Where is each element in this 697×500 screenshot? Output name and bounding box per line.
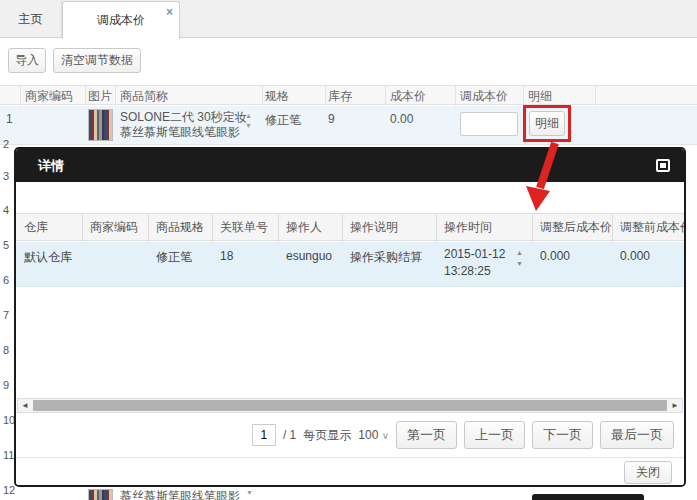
last-page-button[interactable]: 最后一页 xyxy=(600,421,674,449)
detail-button[interactable]: 明细 xyxy=(529,111,565,136)
cost-cell: 0.00 xyxy=(390,112,413,126)
operator-cell: esunguo xyxy=(286,249,332,263)
col-cost-before: 调整前成本价 xyxy=(620,219,686,236)
scroll-left-icon[interactable]: ◄ xyxy=(18,399,32,412)
tab-adjust-cost-price-label: 调成本价 xyxy=(97,13,145,27)
row-number: 12 xyxy=(3,484,15,496)
col-detail: 明细 xyxy=(528,88,552,105)
pagination: / 1 每页显示 100 ∨ 第一页 上一页 下一页 最后一页 xyxy=(252,421,674,449)
col-cost-after: 调整后成本价 xyxy=(540,219,612,236)
sort-down-icon[interactable]: ▼ xyxy=(245,122,252,129)
operation-time-clock: 13:28:25 xyxy=(444,263,505,280)
row-expand-control[interactable]: ▲ ▼ xyxy=(245,112,252,129)
scrollbar-thumb[interactable] xyxy=(33,400,667,411)
adjust-cost-input[interactable] xyxy=(460,112,518,136)
first-page-button[interactable]: 第一页 xyxy=(396,421,457,449)
page-total-label: / 1 xyxy=(283,428,296,442)
product-thumbnail-image[interactable] xyxy=(88,109,113,141)
row-number: 2 xyxy=(3,138,15,150)
maximize-icon[interactable] xyxy=(656,159,670,172)
cost-after-cell: 0.000 xyxy=(540,249,570,263)
col-product-name: 商品简称 xyxy=(120,88,168,105)
partial-product-name: 慕丝慕斯笔眼线笔眼影 xyxy=(120,488,240,500)
col-merchant-code: 商家编码 xyxy=(90,219,138,236)
tab-bar: 主页 调成本价 × xyxy=(0,0,697,38)
modal-footer: 关闭 xyxy=(16,457,684,485)
close-tab-icon[interactable]: × xyxy=(166,6,173,18)
cost-before-cell: 0.000 xyxy=(620,249,650,263)
horizontal-scrollbar[interactable]: ◄ ► xyxy=(17,398,683,413)
col-operator: 操作人 xyxy=(286,219,322,236)
row-index: 1 xyxy=(6,112,13,126)
col-operation-desc: 操作说明 xyxy=(350,219,398,236)
per-page-select[interactable]: 100 ∨ xyxy=(358,428,389,442)
sort-down-icon: ▼ xyxy=(246,489,253,496)
col-operation-time: 操作时间 xyxy=(444,219,492,236)
col-image: 图片 xyxy=(88,88,112,105)
related-order-cell: 18 xyxy=(220,249,233,263)
stock-cell: 9 xyxy=(328,112,335,126)
sort-down-icon[interactable]: ▼ xyxy=(516,260,523,267)
col-spec: 规格 xyxy=(265,88,289,105)
modal-title: 详情 xyxy=(38,158,64,173)
sort-up-icon[interactable]: ▲ xyxy=(245,112,252,119)
detail-modal: 详情 仓库 商家编码 商品规格 关联单号 操作人 操作说明 操作时间 调整后成本… xyxy=(14,147,686,487)
clear-adjust-data-button[interactable]: 清空调节数据 xyxy=(53,48,141,73)
operation-time-cell: 2015-01-12 13:28:25 xyxy=(444,246,505,280)
col-stock: 库存 xyxy=(328,88,352,105)
toolbar: 导入 清空调节数据 xyxy=(0,39,697,83)
tab-home[interactable]: 主页 xyxy=(0,0,62,38)
prev-page-button[interactable]: 上一页 xyxy=(464,421,525,449)
sort-up-icon[interactable]: ▲ xyxy=(516,249,523,256)
close-modal-button[interactable]: 关闭 xyxy=(624,461,672,484)
spec-cell: 修正笔 xyxy=(156,249,192,266)
product-name-cell: SOLONE二代 30秒定妆 慕丝慕斯笔眼线笔眼影 xyxy=(120,110,247,140)
col-merchant-code: 商家编码 xyxy=(25,88,73,105)
warehouse-cell: 默认仓库 xyxy=(24,249,72,266)
modal-titlebar[interactable]: 详情 xyxy=(16,149,684,182)
next-page-button[interactable]: 下一页 xyxy=(532,421,593,449)
spec-cell: 修正笔 xyxy=(265,112,301,129)
operation-time-date: 2015-01-12 xyxy=(444,246,505,263)
col-adjust-cost-price: 调成本价 xyxy=(460,88,508,105)
app-window: 主页 调成本价 × 导入 清空调节数据 商家编码 图片 商品简称 规格 库存 成… xyxy=(0,0,697,500)
product-thumbnail-image xyxy=(88,489,113,500)
per-page-label: 每页显示 xyxy=(303,427,351,444)
col-related-order: 关联单号 xyxy=(220,219,268,236)
product-name-line1: SOLONE二代 30秒定妆 xyxy=(120,110,247,125)
hidden-dialog-edge xyxy=(532,494,644,500)
import-button[interactable]: 导入 xyxy=(8,48,46,73)
page-number-input[interactable] xyxy=(252,424,276,446)
product-name-line2: 慕丝慕斯笔眼线笔眼影 xyxy=(120,125,247,140)
chevron-down-icon: ∨ xyxy=(382,430,389,441)
col-product-spec: 商品规格 xyxy=(156,219,204,236)
per-page-value: 100 xyxy=(358,428,378,442)
col-warehouse: 仓库 xyxy=(24,219,48,236)
time-sort-control[interactable]: ▲ ▼ xyxy=(516,249,523,267)
tab-adjust-cost-price[interactable]: 调成本价 × xyxy=(62,1,180,39)
col-cost-price: 成本价 xyxy=(390,88,426,105)
scroll-right-icon[interactable]: ► xyxy=(668,399,682,412)
operation-desc-cell: 操作采购结算 xyxy=(350,249,422,266)
